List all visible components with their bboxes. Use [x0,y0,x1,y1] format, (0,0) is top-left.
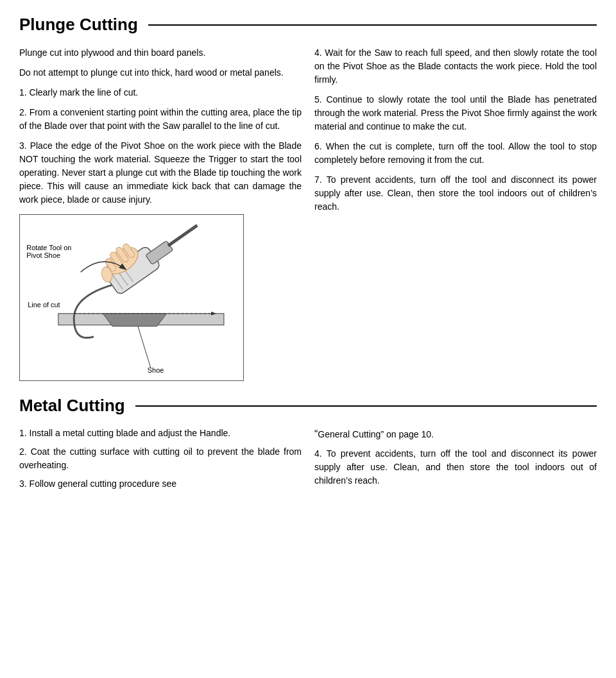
step-4-num: 4. [314,47,325,58]
metal-step-4-text: To prevent accidents, turn off the tool … [314,448,597,486]
metal-title: Metal Cutting [19,394,125,418]
metal-step-3-num: 3. [19,479,30,489]
metal-step-4: 4. To prevent accidents, turn off the to… [314,447,597,487]
svg-rect-0 [20,215,243,380]
step-2-text: From a convenient starting point within … [19,107,302,131]
step-1-text: Clearly mark the line of cut. [30,87,139,97]
plunge-section-header: Plunge Cutting [19,13,597,37]
metal-section-header: Metal Cutting [19,394,597,418]
step-3-text: Place the edge of the Pivot Shoe on the … [19,140,302,205]
plunge-step-7: 7. To prevent accidents, turn off the to… [314,173,597,214]
plunge-columns: Plunge cut into plywood and thin board p… [19,46,597,381]
metal-divider [135,405,597,407]
step-3-num: 3. [19,140,30,151]
metal-general-ref: “General Cutting” on page 10. [314,427,597,442]
plunge-title: Plunge Cutting [19,13,138,37]
step-5-text: Continue to slowly rotate the tool until… [314,94,597,131]
metal-step-2: 2. Coat the cutting surface with cutting… [19,445,302,472]
metal-step-1: 1. Install a metal cutting blade and adj… [19,427,302,440]
plunge-step-6: 6. When the cut is complete, turn off th… [314,140,597,167]
metal-columns: 1. Install a metal cutting blade and adj… [19,427,597,496]
page-content: Plunge Cutting Plunge cut into plywood a… [19,13,597,496]
plunge-divider [148,24,597,26]
plunge-step-3: 3. Place the edge of the Pivot Shoe on t… [19,139,302,207]
svg-text:Pivot Shoe: Pivot Shoe [26,251,60,259]
metal-step-4-num: 4. [314,448,327,459]
metal-step-3: 3. Follow general cutting procedure see [19,477,302,491]
step-6-num: 6. [314,141,326,151]
step-1-num: 1. [19,87,30,97]
step-4-text: Wait for the Saw to reach full speed, an… [314,47,597,85]
plunge-left-col: Plunge cut into plywood and thin board p… [19,46,302,381]
svg-marker-6 [103,313,166,326]
step-2-num: 2. [19,107,30,117]
svg-text:Rotate Tool on: Rotate Tool on [26,243,71,251]
metal-step-1-text: Install a metal cutting blade and adjust… [30,428,231,438]
plunge-step-5: 5. Continue to slowly rotate the tool un… [314,93,597,133]
metal-step-1-num: 1. [19,428,30,438]
step-5-num: 5. [314,94,326,105]
plunge-intro-line1: Plunge cut into plywood and thin board p… [19,46,302,60]
diagram-svg: Rotate Tool on Pivot Shoe Line of cut Sh… [20,215,243,380]
diagram-container: Rotate Tool on Pivot Shoe Line of cut Sh… [19,214,244,381]
metal-step-2-num: 2. [19,446,31,457]
plunge-step-2: 2. From a convenient starting point with… [19,106,302,133]
step-7-num: 7. [314,174,327,185]
metal-section: Metal Cutting 1. Install a metal cutting… [19,394,597,496]
plunge-step-1: 1. Clearly mark the line of cut. [19,86,302,99]
metal-step-3-text: Follow general cutting procedure see [30,479,177,489]
step-6-text: When the cut is complete, turn off the t… [314,141,597,165]
svg-text:Line of cut: Line of cut [28,301,60,309]
plunge-right-col: 4. Wait for the Saw to reach full speed,… [314,46,597,381]
metal-left-col: 1. Install a metal cutting blade and adj… [19,427,302,496]
plunge-step-4: 4. Wait for the Saw to reach full speed,… [314,46,597,87]
metal-general-text: General Cutting” on page 10. [318,429,434,439]
metal-right-col: “General Cutting” on page 10. 4. To prev… [314,427,597,496]
metal-step-2-text: Coat the cutting surface with cutting oi… [19,446,302,470]
step-7-text: To prevent accidents, turn off the tool … [314,174,597,212]
svg-text:Shoe: Shoe [148,366,164,374]
plunge-intro-line2: Do not attempt to plunge cut into thick,… [19,66,302,80]
